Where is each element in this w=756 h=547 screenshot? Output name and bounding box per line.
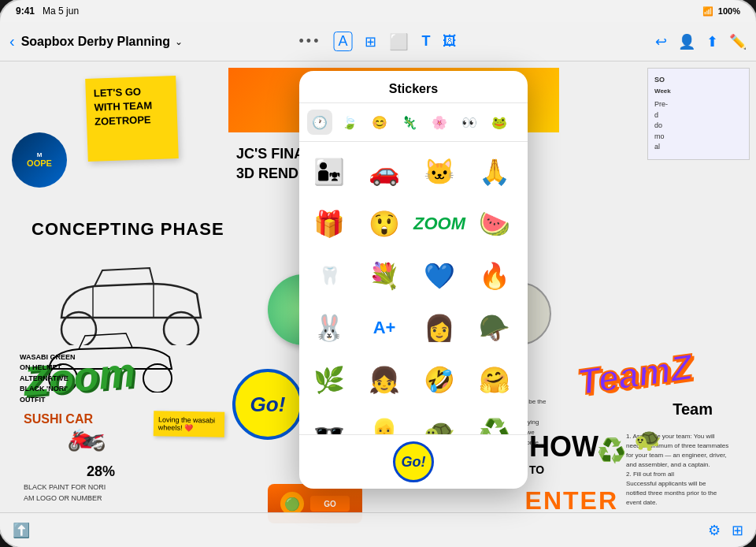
sticker-item[interactable]: 🚗: [361, 148, 408, 195]
wifi-icon: 📶: [702, 6, 713, 17]
sticky-note[interactable]: LET'S GOWITH TEAMZOETROPE: [85, 76, 179, 162]
undo-button[interactable]: ↩: [655, 33, 667, 50]
back-button[interactable]: ‹: [9, 32, 15, 50]
status-time: 9:41: [16, 6, 35, 17]
sticker-item[interactable]: 🦷: [306, 252, 353, 300]
status-date: Ma 5 jun: [43, 6, 79, 17]
status-bar: 9:41 Ma 5 jun 📶 100%: [0, 0, 756, 22]
sticker-item[interactable]: 😲: [361, 200, 408, 247]
edit-button[interactable]: ✏️: [729, 33, 747, 50]
sticker-category-bar[interactable]: 🕐 🍃 😊 🦎 🌸 👀 🐸: [299, 103, 528, 142]
sticker-item[interactable]: 🐢: [416, 408, 463, 434]
right-panel-text: Pre-ddomoal: [654, 99, 743, 153]
stickers-bottom: Go!: [299, 434, 528, 489]
stickers-header: Stickers: [299, 71, 528, 103]
sticker-item[interactable]: 🍉: [471, 200, 518, 247]
format-tool[interactable]: A: [333, 32, 352, 51]
sticker-item[interactable]: ♻️: [471, 408, 518, 434]
bottom-action-button[interactable]: ⬆️: [13, 522, 30, 539]
bottom-toolbar: ⬆️ ⚙ ⊞: [0, 512, 756, 547]
table-tool[interactable]: ⊞: [365, 33, 376, 50]
sticker-item[interactable]: 🤗: [471, 356, 518, 404]
sticker-item[interactable]: 🐰: [306, 304, 353, 352]
sticker-item[interactable]: 👩: [416, 304, 463, 352]
loving-note: Loving the wasabi wheels! ❤️: [154, 411, 225, 437]
sticker-item[interactable]: 🎁: [306, 200, 353, 247]
stickers-panel: Stickers 🕐 🍃 😊 🦎 🌸 👀 🐸 👨‍👧 🚗 🐱 🙏 🎁 😲 ZOO…: [299, 71, 528, 489]
sticker-item[interactable]: 🤣: [416, 356, 463, 404]
cat-lizard[interactable]: 🦎: [397, 110, 422, 135]
toolbar-right: ↩ 👤 ⬆ ✏️: [655, 33, 747, 50]
sticker-item[interactable]: 👱‍♀️: [361, 408, 408, 434]
teamz-sticker: TeamZ: [575, 345, 695, 404]
bottom-annotations: BLACK PAINT FOR NORIAM LOGO OR NUMBER: [24, 482, 106, 504]
percent-label: 28%: [87, 463, 115, 480]
ipad-frame: 9:41 Ma 5 jun 📶 100% ‹ Soapbox Derby Pla…: [0, 0, 756, 547]
sticker-item[interactable]: 🔥: [471, 252, 518, 300]
cat-emoji[interactable]: 😊: [367, 110, 392, 135]
sticker-item[interactable]: 🙏: [471, 148, 518, 195]
sticker-item[interactable]: A+: [361, 304, 408, 352]
top-toolbar: ‹ Soapbox Derby Planning ⌄ ••• A ⊞ ⬜ T 🖼…: [0, 22, 756, 61]
wasabi-notes: WASABI GREENON HELMETALTERNATIVEBLACK 'N…: [20, 352, 76, 406]
go-sticker-canvas: Go!: [232, 369, 303, 440]
sticker-item[interactable]: 🐱: [416, 148, 463, 195]
how-text: HOW: [529, 430, 598, 463]
go-sticker-panel[interactable]: Go!: [393, 441, 434, 482]
grid-view-button[interactable]: ⊞: [732, 522, 743, 539]
team-logo-badge: M OOPE: [12, 132, 67, 188]
image-tool[interactable]: 🖼: [443, 33, 457, 50]
sticker-item[interactable]: 💙: [416, 252, 463, 300]
concepting-phase-label: CONCEPTING PHASE: [32, 219, 224, 240]
stickers-grid[interactable]: 👨‍👧 🚗 🐱 🙏 🎁 😲 ZOOM 🍉 🦷 💐 💙 🔥 🐰 A+ 👩 🪖 🌿 …: [299, 142, 528, 434]
to-text: TO: [529, 463, 598, 476]
share-button[interactable]: ⬆: [706, 33, 718, 50]
sticker-item[interactable]: 🕶️: [306, 408, 353, 434]
bottom-right-controls: ⚙ ⊞: [708, 522, 743, 539]
cat-flower[interactable]: 🌸: [427, 110, 452, 135]
battery-text: 100%: [718, 6, 740, 16]
more-button[interactable]: •••: [299, 33, 321, 50]
sticker-item[interactable]: 🪖: [471, 304, 518, 352]
enter-text: ENTER: [525, 486, 618, 515]
turtle-sticker: 🐢: [634, 426, 662, 452]
sticker-item[interactable]: 🌿: [306, 356, 353, 404]
cat-leaf[interactable]: 🍃: [337, 110, 362, 135]
node-graph-button[interactable]: ⚙: [708, 522, 721, 539]
sticker-item[interactable]: 💐: [361, 252, 408, 300]
cat-eyes[interactable]: 👀: [457, 110, 482, 135]
media-tool[interactable]: ⬜: [389, 32, 409, 51]
sticky-note-text: LET'S GOWITH TEAMZOETROPE: [94, 84, 170, 129]
bottom-left-controls: ⬆️: [13, 522, 30, 539]
rider-figure: 🏍️: [67, 415, 106, 452]
dropdown-icon[interactable]: ⌄: [175, 36, 183, 47]
status-right: 📶 100%: [702, 6, 740, 17]
cat-recent[interactable]: 🕐: [307, 110, 332, 135]
right-panel: SOWeek Pre-ddomoal: [647, 68, 750, 160]
right-panel-header: SOWeek: [654, 75, 743, 96]
document-title: Soapbox Derby Planning: [21, 35, 170, 49]
recycle-sticker: ♻️: [597, 437, 626, 464]
sticker-item[interactable]: 👧: [361, 356, 408, 404]
team-label-right: Team: [673, 400, 713, 419]
stickers-title: Stickers: [389, 82, 438, 95]
how-section: HOW TO: [529, 430, 598, 476]
sticker-item[interactable]: ZOOM: [416, 200, 463, 247]
collaborate-button[interactable]: 👤: [678, 33, 695, 50]
text-tool[interactable]: T: [421, 33, 430, 50]
sticker-item[interactable]: 👨‍👧: [306, 148, 353, 195]
toolbar-center: ••• A ⊞ ⬜ T 🖼: [299, 32, 458, 51]
cat-frog[interactable]: 🐸: [487, 110, 512, 135]
